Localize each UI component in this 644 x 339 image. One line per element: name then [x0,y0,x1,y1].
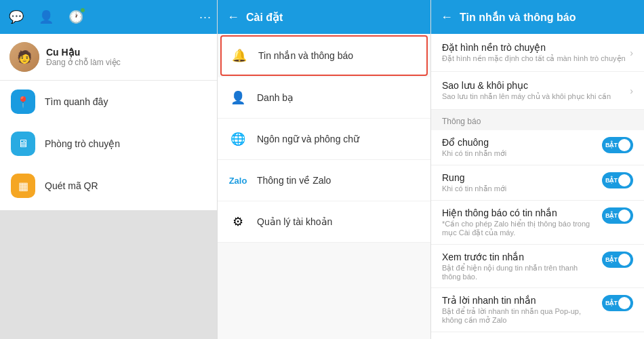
find-nearby-icon: 📍 [11,89,35,114]
preview-message-info: Xem trước tin nhắn Bật để hiện nội dung … [442,252,597,281]
backup-restore-text: Sao lưu & khôi phục Sao lưu tin nhắn lên… [442,80,611,101]
show-notification-toggle-label: BẬT [605,212,618,219]
vibrate-toggle-knob [618,174,630,186]
settings-item-about-zalo[interactable]: Zalo Thông tin về Zalo [218,160,430,201]
settings-list: 🔔 Tin nhắn và thông báo 👤 Danh bạ 🌐 Ngôn… [218,34,430,339]
vibrate-desc: Khi có tin nhắn mới [442,184,506,193]
chat-rooms-icon: 🖥 [11,132,35,156]
sidebar-item-find-nearby[interactable]: 📍 Tìm quanh đây [0,81,217,123]
language-label: Ngôn ngữ và phông chữ [257,134,359,144]
right-panel-title: Tin nhắn và thông báo [460,11,576,24]
chat-rooms-label: Phòng trò chuyện [45,138,120,149]
backup-restore-title: Sao lưu & khôi phục [442,80,611,91]
middle-panel-header: ← Cài đặt [218,0,430,34]
show-notification-info: Hiện thông báo có tin nhắn *Cần cho phép… [442,207,597,237]
contacts-settings-label: Danh bạ [257,92,294,103]
quick-reply-toggle-knob [618,297,630,309]
menu-items: 📍 Tìm quanh đây 🖥 Phòng trò chuyện ▦ Qué… [0,81,217,210]
quick-reply-desc: Bật để trả lời nhanh tin nhắn qua Pop-up… [442,307,597,325]
quick-reply-toggle-row: Trả lời nhanh tin nhắn Bật để trả lời nh… [431,288,644,332]
account-mgmt-icon: ⚙ [228,212,247,231]
backup-restore-item[interactable]: Sao lưu & khôi phục Sao lưu tin nhắn lên… [431,72,644,110]
sidebar-item-qr-scan[interactable]: ▦ Quét mã QR [0,165,217,207]
contacts-icon[interactable]: 👤 [35,6,57,28]
top-bar: 💬 👤 🕐 ··· [0,0,217,34]
ring-toggle-row: Đổ chuông Khi có tin nhắn mới BẬT [431,130,644,165]
user-info: Cu Hậu Đang ở chỗ làm việc [46,47,121,67]
contacts-settings-icon: 👤 [228,88,247,107]
vibrate-title: Rung [442,172,506,183]
find-nearby-label: Tìm quanh đây [45,96,108,107]
middle-panel: ← Cài đặt 🔔 Tin nhắn và thông báo 👤 Danh… [217,0,430,339]
quick-reply-toggle-label: BẬT [605,300,618,306]
sidebar-item-chat-rooms[interactable]: 🖥 Phòng trò chuyện [0,123,217,165]
chat-background-item[interactable]: Đặt hình nền trò chuyện Đặt hình nền mặc… [431,34,644,72]
more-dots[interactable]: ··· [199,10,212,24]
preview-message-toggle-row: Xem trước tin nhắn Bật để hiện nội dung … [431,245,644,288]
right-panel-header: ← Tin nhắn và thông báo [431,0,644,34]
chat-background-text: Đặt hình nền trò chuyện Đặt hình nền mặc… [442,42,626,63]
ring-desc: Khi có tin nhắn mới [442,149,506,158]
ring-toggle[interactable]: BẬT [602,137,633,153]
right-back-arrow[interactable]: ← [441,10,453,24]
preview-message-desc: Bật để hiện nội dung tin nhắn trên thanh… [442,264,597,281]
vibrate-toggle[interactable]: BẬT [602,172,633,188]
middle-panel-title: Cài đặt [246,11,283,24]
show-notification-title: Hiện thông báo có tin nhắn [442,207,597,218]
user-name: Cu Hậu [46,47,121,58]
show-notification-desc: *Cần cho phép Zalo hiển thị thông báo tr… [442,220,597,237]
right-content: Đặt hình nền trò chuyện Đặt hình nền mặc… [431,34,644,339]
settings-item-language[interactable]: 🌐 Ngôn ngữ và phông chữ [218,119,430,160]
avatar: 🧑 [9,42,39,72]
user-status: Đang ở chỗ làm việc [46,58,121,67]
quick-reply-info: Trả lời nhanh tin nhắn Bật để trả lời nh… [442,295,597,325]
notifications-icon: 🔔 [230,46,249,65]
chat-icon[interactable]: 💬 [5,6,27,28]
chevron-right-icon2: › [630,85,633,96]
qr-scan-icon: ▦ [11,174,35,198]
show-notification-toggle-knob [618,210,630,222]
vibrate-toggle-row: Rung Khi có tin nhắn mới BẬT [431,165,644,201]
gray-area [0,210,217,340]
quick-reply-toggle[interactable]: BẬT [602,295,633,311]
preview-message-title: Xem trước tin nhắn [442,252,597,262]
show-notification-toggle-row: Hiện thông báo có tin nhắn *Cần cho phép… [431,201,644,245]
ring-title: Đổ chuông [442,137,506,148]
chat-background-desc: Đặt hình nền mặc định cho tất cả màn hìn… [442,54,626,63]
quick-reply-title: Trả lời nhanh tin nhắn [442,295,597,306]
clock-icon[interactable]: 🕐 [65,6,87,28]
language-icon: 🌐 [228,129,247,148]
preview-message-toggle-label: BẬT [605,256,618,263]
thong-bao-section-label: Thông báo [431,110,644,130]
show-notification-toggle[interactable]: BẬT [602,207,633,224]
settings-item-account-mgmt[interactable]: ⚙ Quản lý tài khoản [218,201,430,243]
chat-background-title: Đặt hình nền trò chuyện [442,42,626,53]
backup-restore-desc: Sao lưu tin nhắn lên máy chủ và khôi phụ… [442,92,611,101]
clock-badge [80,7,85,13]
about-zalo-label: Thông tin về Zalo [257,175,331,186]
account-mgmt-label: Quản lý tài khoản [257,216,332,227]
middle-back-arrow[interactable]: ← [227,10,239,24]
vibrate-info: Rung Khi có tin nhắn mới [442,172,506,193]
ring-toggle-label: BẬT [605,142,618,148]
preview-message-toggle[interactable]: BẬT [602,252,633,268]
zalo-icon: Zalo [228,171,247,190]
notifications-label: Tin nhắn và thông báo [258,50,353,61]
reply-locked-row: Trả lời khi đang khoá máy [431,332,644,339]
vibrate-toggle-label: BẬT [605,177,618,184]
preview-message-toggle-knob [618,254,630,266]
left-panel: 💬 👤 🕐 ··· 🧑 Cu Hậu Đang ở chỗ làm việc 📍… [0,0,217,339]
settings-item-contacts[interactable]: 👤 Danh bạ [218,77,430,119]
qr-scan-label: Quét mã QR [45,180,98,191]
ring-info: Đổ chuông Khi có tin nhắn mới [442,137,506,158]
right-panel: ← Tin nhắn và thông báo Đặt hình nền trò… [430,0,644,339]
chevron-right-icon: › [630,47,633,58]
ring-toggle-knob [618,139,630,151]
settings-item-notifications[interactable]: 🔔 Tin nhắn và thông báo [220,35,428,76]
user-section[interactable]: 🧑 Cu Hậu Đang ở chỗ làm việc [0,34,217,81]
